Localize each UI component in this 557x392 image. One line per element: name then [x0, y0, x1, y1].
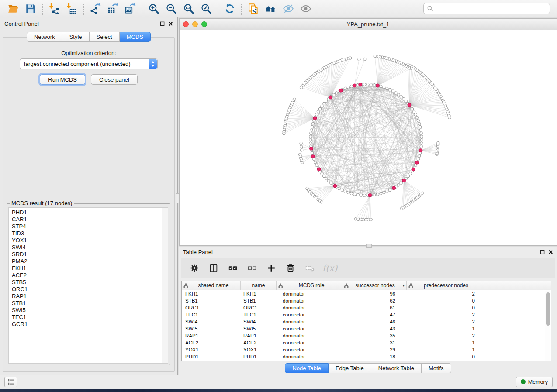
list-item[interactable]: RAP1 — [12, 293, 162, 300]
list-item[interactable]: ORC1 — [12, 286, 162, 293]
tab-network-table[interactable]: Network Table — [371, 363, 422, 373]
hide-selected-button[interactable] — [280, 1, 297, 16]
close-panel-button[interactable]: Close panel — [91, 74, 138, 85]
refresh-icon — [224, 3, 235, 14]
clone-network-button[interactable] — [245, 1, 262, 16]
tab-network[interactable]: Network — [27, 32, 62, 42]
table-row[interactable]: YOX1YOX1connector291 — [182, 346, 551, 353]
right-area: YPA_prune.txt_1 Table Panel — [179, 17, 557, 375]
search-icon — [427, 5, 433, 12]
list-item[interactable]: STP4 — [12, 223, 162, 230]
tab-node-table[interactable]: Node Table — [285, 363, 329, 373]
zoom-in-button[interactable] — [145, 1, 163, 16]
float-window-icon[interactable] — [540, 250, 545, 254]
table-row[interactable]: PHD1PHD1dominator180 — [182, 353, 551, 360]
table-row[interactable]: ORC1ORC1dominator610 — [182, 304, 551, 311]
table-row[interactable]: TEC1TEC1connector472 — [182, 311, 551, 318]
open-file-button[interactable] — [4, 1, 22, 16]
list-item[interactable]: YOX1 — [12, 237, 162, 244]
save-icon — [25, 3, 36, 14]
network-canvas[interactable] — [180, 31, 557, 245]
table-scrollbar[interactable] — [545, 291, 550, 361]
memory-status-icon — [521, 379, 526, 384]
deselect-all-button[interactable] — [246, 261, 259, 275]
save-session-button[interactable] — [22, 1, 39, 16]
list-item[interactable]: SRD1 — [12, 251, 162, 258]
import-network-button[interactable] — [45, 1, 63, 16]
table-row[interactable]: FKH1FKH1dominator962 — [182, 290, 551, 297]
add-column-button[interactable] — [265, 261, 278, 275]
tab-select[interactable]: Select — [90, 32, 120, 42]
criterion-selected-value: largest connected component (undirected) — [20, 61, 149, 67]
mcds-result-list: PHD1 CAR1 STP4 TID3 YOX1 SWI4 SRD1 PMA2 … — [8, 207, 168, 364]
list-item[interactable]: SWI4 — [12, 244, 162, 251]
table-row[interactable]: SWI5SWI5connector431 — [182, 325, 551, 332]
tree-icon — [344, 283, 349, 288]
tab-style[interactable]: Style — [62, 32, 90, 42]
zoom-selected-button[interactable] — [197, 1, 215, 16]
list-item[interactable]: TEC1 — [12, 314, 162, 321]
show-columns-button[interactable] — [207, 261, 220, 275]
list-item[interactable]: SWI5 — [12, 307, 162, 314]
horizontal-splitter[interactable] — [366, 244, 372, 248]
column-header-mcds-role[interactable]: MCDS role — [277, 281, 342, 290]
delete-column-button[interactable] — [284, 261, 297, 275]
tree-icon — [408, 283, 413, 288]
column-header-successor-nodes[interactable]: successor nodes ▾ — [342, 281, 407, 290]
table-row[interactable]: ACE2ACE2connector311 — [182, 339, 551, 346]
zoom-selected-icon — [201, 3, 212, 14]
close-panel-icon[interactable] — [548, 250, 553, 254]
first-neighbors-button[interactable] — [262, 1, 280, 16]
export-image-button[interactable] — [121, 1, 139, 16]
list-item[interactable]: TID3 — [12, 230, 162, 237]
float-window-icon[interactable] — [160, 21, 165, 26]
tab-edge-table[interactable]: Edge Table — [329, 363, 371, 373]
application-window: Control Panel Network Style Select MCDS … — [0, 0, 557, 392]
table-row[interactable]: RAP1RAP1dominator352 — [182, 332, 551, 339]
show-all-button[interactable] — [297, 1, 315, 16]
export-table-button[interactable] — [104, 1, 121, 16]
list-item[interactable]: ACE2 — [12, 272, 162, 279]
table-toolbar: f(x) — [181, 258, 555, 278]
memory-button[interactable]: Memory — [516, 377, 553, 387]
tab-mcds[interactable]: MCDS — [120, 32, 151, 42]
list-item[interactable]: FKH1 — [12, 265, 162, 272]
network-graph[interactable] — [180, 31, 557, 245]
function-builder-button[interactable]: f(x) — [322, 263, 337, 273]
tab-motifs[interactable]: Motifs — [422, 363, 451, 373]
table-row[interactable]: SWI4SWI4dominator462 — [182, 318, 551, 325]
table-header: shared name name MCDS role successor nod… — [182, 281, 551, 290]
export-network-button[interactable] — [86, 1, 104, 16]
delete-table-button[interactable] — [303, 261, 316, 275]
column-header-shared-name[interactable]: shared name — [182, 281, 241, 290]
search-input[interactable] — [423, 3, 550, 14]
network-title: YPA_prune.txt_1 — [180, 21, 557, 28]
close-panel-icon[interactable] — [168, 21, 173, 26]
mcds-result-group: MCDS result (17 nodes) PHD1 CAR1 STP4 TI… — [7, 203, 170, 365]
list-item[interactable]: STB1 — [12, 300, 162, 307]
table-row[interactable]: STB1STB1dominator620 — [182, 297, 551, 304]
select-all-button[interactable] — [226, 261, 239, 275]
list-scrollbar[interactable] — [162, 208, 168, 363]
list-item[interactable]: PMA2 — [12, 258, 162, 265]
column-header-name[interactable]: name — [241, 281, 277, 290]
run-mcds-button[interactable]: Run MCDS — [40, 74, 85, 85]
task-history-button[interactable] — [4, 377, 17, 387]
toolbar-separator — [142, 3, 142, 15]
column-header-predecessor-nodes[interactable]: predecessor nodes — [407, 281, 481, 290]
list-item[interactable]: PHD1 — [12, 209, 162, 216]
node-table: shared name name MCDS role successor nod… — [181, 281, 551, 361]
zoom-fit-button[interactable] — [180, 1, 197, 16]
criterion-select[interactable]: largest connected component (undirected) — [20, 58, 158, 69]
table-settings-button[interactable] — [188, 261, 201, 275]
list-item[interactable]: GCR1 — [12, 321, 162, 328]
refresh-button[interactable] — [221, 1, 239, 16]
list-item[interactable]: CAR1 — [12, 216, 162, 223]
import-table-button[interactable] — [63, 1, 80, 16]
list-item[interactable]: STB5 — [12, 279, 162, 286]
scrollbar-thumb[interactable] — [546, 292, 550, 326]
export-image-icon — [125, 3, 136, 14]
gear-icon — [190, 263, 199, 273]
zoom-out-button[interactable] — [163, 1, 180, 16]
toolbar-separator — [218, 3, 218, 15]
